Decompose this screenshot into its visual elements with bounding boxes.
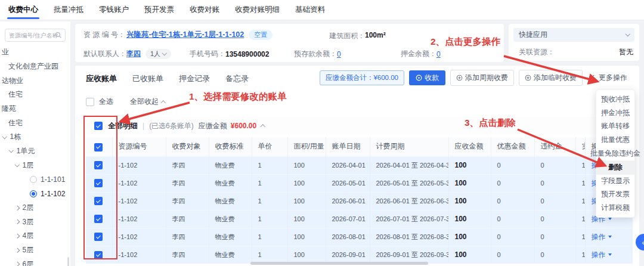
more-actions-label: 更多操作 [599,73,627,83]
search-input[interactable] [9,32,58,39]
tree-item-room-102[interactable]: 1-1-102 [0,187,70,201]
collect-payment-button[interactable]: 收款 [409,70,445,85]
col-header-area-usage: 面积/用量 [287,137,326,156]
collapse-all-button[interactable]: 全部收起 [130,97,165,107]
row-checkbox[interactable] [94,215,103,223]
contact-count-pill[interactable]: 1人 [145,49,171,59]
select-all-checkbox[interactable] [86,98,94,106]
cell-bill-date: 2026-06-01 [326,192,370,210]
menu-item-calc-tax[interactable]: 计算税额 [596,201,634,215]
cell-penalty: 0 [534,228,575,246]
horizontal-scrollbar[interactable] [250,262,428,265]
tree-item-floor[interactable]: 4层 [0,229,70,243]
row-checkbox[interactable] [94,197,103,205]
nav-tab-batch-offset[interactable]: 批量冲抵 [50,0,87,20]
sidebar-scrollbar[interactable] [67,257,69,266]
menu-item-field-display[interactable]: 字段显示 [596,174,634,188]
annotation-step3: 3、点击删除 [465,117,516,129]
tab-receivable-bills[interactable]: 应收账单 [86,73,117,84]
tree-item-building[interactable]: 1栋 [0,130,70,144]
tree-item-project[interactable]: 文化创意产业园 [0,60,70,74]
tree-item-unit[interactable]: 1单元 [0,144,70,159]
nav-tab-label: 收费对账明细 [235,5,280,15]
cell-resource: -1-102 [112,192,166,210]
tab-memo[interactable]: 备忘录 [225,73,249,84]
sidebar: 业 文化创意产业园 达物业 住宅 隆苑 住宅 1栋 1单元 1层 1-1-101… [0,21,70,266]
nav-tab-reconcile[interactable]: 收费对账 [186,0,223,20]
tree-item-label: 1层 [23,160,34,171]
caret-down-icon [608,218,612,220]
deposit-label: 押金余额： [401,49,436,59]
tree-item-floor[interactable]: 1层 [0,159,70,173]
chevron-up-icon[interactable] [261,125,265,129]
tree-item-org[interactable]: 隆苑 [0,102,70,116]
nav-tab-reconcile-detail[interactable]: 收费对账明细 [231,0,283,20]
menu-item-delete[interactable]: 删除 [596,160,634,174]
add-temp-fee-button[interactable]: 添加临时收费 [519,70,583,86]
tree-item-floor[interactable]: 6层 [0,257,70,266]
nav-tab-pre-invoice[interactable]: 预开发票 [141,0,178,20]
tab-received-bills[interactable]: 已收账单 [132,73,163,84]
nav-tab-charge-center[interactable]: 收费中心 [5,0,42,20]
tree-item-project[interactable]: 住宅 [0,116,70,130]
row-checkbox[interactable] [94,233,103,241]
header-checkbox[interactable] [94,143,103,151]
menu-item-bill-transfer[interactable]: 账单转移 [596,120,634,134]
tree-item-label: 3层 [23,217,34,227]
menu-item-deposit-offset[interactable]: 押金冲抵 [596,106,634,120]
annotation-step2: 2、点击更多操作 [431,36,500,48]
row-checkbox[interactable] [94,161,103,169]
nav-tab-change-account[interactable]: 零钱账户 [95,0,132,20]
tree-item-org[interactable]: 业 [0,45,70,60]
cell-penalty: 0 [534,192,575,210]
tree-item-floor[interactable]: 2层 [0,201,70,215]
cell-fee-standard: 物业费 [209,210,252,228]
group-amount-value: ¥600.00 [231,122,256,130]
check-icon [96,198,101,203]
tree-item-floor[interactable]: 3层 [0,215,70,229]
prestore-balance-link[interactable]: 0 [337,50,341,58]
menu-item-prepay-offset[interactable]: 预收冲抵 [596,92,634,106]
row-checkbox[interactable] [94,251,103,259]
bills-panel: 应收账单 已收账单 押金记录 备忘录 应缴金额合计：¥600.00 收款 添加周… [75,66,639,266]
cell-payer: 李四 [166,210,209,228]
row-action-button[interactable]: 操作 [592,250,612,260]
vacant-badge: 空置 [249,30,273,40]
more-actions-button[interactable]: ⋮ 更多操作 [587,70,630,85]
total-due-amount: 应缴金额合计：¥600.00 [320,70,404,85]
cell-payer: 李四 [166,228,209,246]
deposit-balance-link[interactable]: 0 [436,50,441,58]
tree-item-label: 2层 [23,203,34,213]
phone-group: 手机号码： 13548900002 [190,49,269,59]
area-value: 100m² [365,31,386,41]
tree-item-project[interactable]: 住宅 [0,88,70,102]
menu-item-batch-waive-penalty[interactable]: 批量免除违约金 [596,147,634,160]
tab-deposit-records[interactable]: 押金记录 [179,73,210,84]
tree-item-room-101[interactable]: 1-1-101 [0,172,70,187]
resource-link[interactable]: 兴隆苑-住宅-1栋-1单元-1层-1-1-102 [126,30,244,40]
selected-count: (已选6条账单) [149,121,194,131]
col-header-fee-standard: 收费标准 [209,137,252,156]
tree-item-org[interactable]: 达物业 [0,73,70,88]
menu-item-pre-invoice[interactable]: 预开发票 [596,188,634,202]
group-checkbox[interactable] [94,122,103,130]
add-cycle-fee-button[interactable]: 添加周期收费 [450,70,514,86]
cell-fee-standard: 物业费 [209,246,252,264]
tree-item-label: 隆苑 [2,104,16,114]
prestore-label: 预存款余额： [294,49,337,59]
cell-payer: 李四 [166,174,209,192]
quick-app-select[interactable]: 快捷应用 [513,28,634,42]
cell-resource: -1-102 [112,156,166,174]
nav-tab-base-data[interactable]: 基础资料 [292,0,329,20]
row-checkbox[interactable] [94,179,103,187]
row-action-button[interactable]: 操作 [592,232,612,242]
contact-label: 默认联系人： [83,49,126,59]
menu-item-batch-discount[interactable]: 批量优惠 [596,133,634,147]
tree-item-floor[interactable]: 5层 [0,243,70,258]
col-header-bill-date: 账单日期 [326,137,370,156]
radio-unchecked-icon[interactable] [30,176,37,183]
cell-period: 2026-08-01 至 2026-08-31 [370,228,448,246]
col-header-resource: 资源编号 [112,137,166,156]
contact-link[interactable]: 李四 [126,49,141,59]
radio-checked-icon[interactable] [30,190,37,197]
